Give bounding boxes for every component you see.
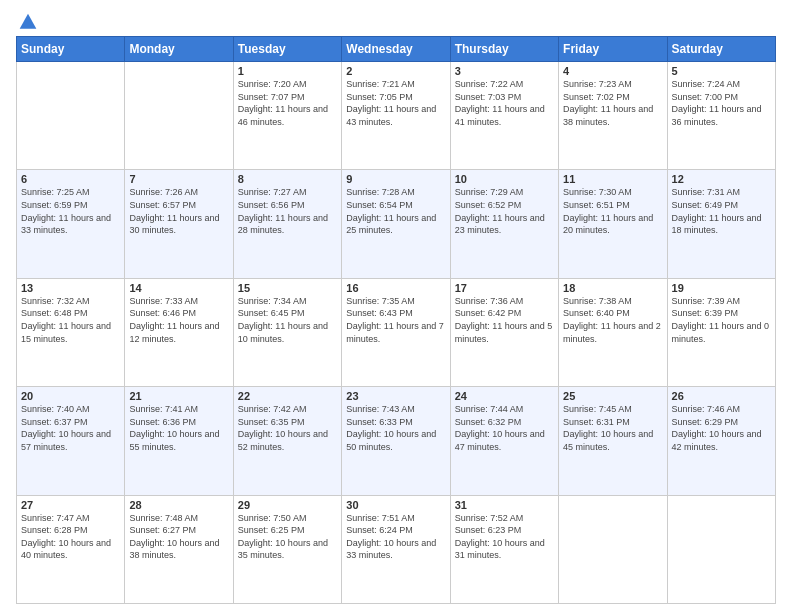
calendar-cell: 13Sunrise: 7:32 AM Sunset: 6:48 PM Dayli…	[17, 278, 125, 386]
calendar-cell: 3Sunrise: 7:22 AM Sunset: 7:03 PM Daylig…	[450, 62, 558, 170]
day-number: 26	[672, 390, 771, 402]
day-number: 24	[455, 390, 554, 402]
calendar-header-friday: Friday	[559, 37, 667, 62]
day-number: 13	[21, 282, 120, 294]
calendar-cell: 17Sunrise: 7:36 AM Sunset: 6:42 PM Dayli…	[450, 278, 558, 386]
calendar-header-row: SundayMondayTuesdayWednesdayThursdayFrid…	[17, 37, 776, 62]
calendar-cell: 21Sunrise: 7:41 AM Sunset: 6:36 PM Dayli…	[125, 387, 233, 495]
day-info: Sunrise: 7:20 AM Sunset: 7:07 PM Dayligh…	[238, 78, 337, 128]
calendar-header-monday: Monday	[125, 37, 233, 62]
calendar-cell: 23Sunrise: 7:43 AM Sunset: 6:33 PM Dayli…	[342, 387, 450, 495]
day-info: Sunrise: 7:51 AM Sunset: 6:24 PM Dayligh…	[346, 512, 445, 562]
day-info: Sunrise: 7:31 AM Sunset: 6:49 PM Dayligh…	[672, 186, 771, 236]
day-info: Sunrise: 7:44 AM Sunset: 6:32 PM Dayligh…	[455, 403, 554, 453]
calendar-cell: 7Sunrise: 7:26 AM Sunset: 6:57 PM Daylig…	[125, 170, 233, 278]
calendar-header-saturday: Saturday	[667, 37, 775, 62]
day-number: 11	[563, 173, 662, 185]
calendar-cell: 20Sunrise: 7:40 AM Sunset: 6:37 PM Dayli…	[17, 387, 125, 495]
day-number: 1	[238, 65, 337, 77]
calendar-cell: 12Sunrise: 7:31 AM Sunset: 6:49 PM Dayli…	[667, 170, 775, 278]
calendar-cell: 25Sunrise: 7:45 AM Sunset: 6:31 PM Dayli…	[559, 387, 667, 495]
calendar-week-3: 13Sunrise: 7:32 AM Sunset: 6:48 PM Dayli…	[17, 278, 776, 386]
day-number: 31	[455, 499, 554, 511]
day-info: Sunrise: 7:26 AM Sunset: 6:57 PM Dayligh…	[129, 186, 228, 236]
day-number: 7	[129, 173, 228, 185]
logo-icon	[18, 12, 38, 32]
calendar-cell: 10Sunrise: 7:29 AM Sunset: 6:52 PM Dayli…	[450, 170, 558, 278]
day-number: 22	[238, 390, 337, 402]
calendar-cell: 1Sunrise: 7:20 AM Sunset: 7:07 PM Daylig…	[233, 62, 341, 170]
logo	[16, 12, 38, 28]
day-number: 8	[238, 173, 337, 185]
calendar-cell: 18Sunrise: 7:38 AM Sunset: 6:40 PM Dayli…	[559, 278, 667, 386]
calendar-cell: 2Sunrise: 7:21 AM Sunset: 7:05 PM Daylig…	[342, 62, 450, 170]
day-number: 6	[21, 173, 120, 185]
day-number: 14	[129, 282, 228, 294]
day-info: Sunrise: 7:39 AM Sunset: 6:39 PM Dayligh…	[672, 295, 771, 345]
day-number: 17	[455, 282, 554, 294]
calendar-cell: 22Sunrise: 7:42 AM Sunset: 6:35 PM Dayli…	[233, 387, 341, 495]
day-number: 18	[563, 282, 662, 294]
day-info: Sunrise: 7:28 AM Sunset: 6:54 PM Dayligh…	[346, 186, 445, 236]
day-number: 23	[346, 390, 445, 402]
calendar-cell: 30Sunrise: 7:51 AM Sunset: 6:24 PM Dayli…	[342, 495, 450, 603]
day-number: 5	[672, 65, 771, 77]
calendar: SundayMondayTuesdayWednesdayThursdayFrid…	[16, 36, 776, 604]
day-info: Sunrise: 7:47 AM Sunset: 6:28 PM Dayligh…	[21, 512, 120, 562]
day-number: 28	[129, 499, 228, 511]
calendar-cell	[17, 62, 125, 170]
day-info: Sunrise: 7:43 AM Sunset: 6:33 PM Dayligh…	[346, 403, 445, 453]
day-info: Sunrise: 7:46 AM Sunset: 6:29 PM Dayligh…	[672, 403, 771, 453]
day-number: 27	[21, 499, 120, 511]
calendar-cell: 9Sunrise: 7:28 AM Sunset: 6:54 PM Daylig…	[342, 170, 450, 278]
calendar-cell: 5Sunrise: 7:24 AM Sunset: 7:00 PM Daylig…	[667, 62, 775, 170]
day-info: Sunrise: 7:25 AM Sunset: 6:59 PM Dayligh…	[21, 186, 120, 236]
calendar-week-5: 27Sunrise: 7:47 AM Sunset: 6:28 PM Dayli…	[17, 495, 776, 603]
day-info: Sunrise: 7:45 AM Sunset: 6:31 PM Dayligh…	[563, 403, 662, 453]
calendar-cell: 27Sunrise: 7:47 AM Sunset: 6:28 PM Dayli…	[17, 495, 125, 603]
day-number: 30	[346, 499, 445, 511]
calendar-week-2: 6Sunrise: 7:25 AM Sunset: 6:59 PM Daylig…	[17, 170, 776, 278]
calendar-cell	[559, 495, 667, 603]
day-number: 4	[563, 65, 662, 77]
calendar-cell: 28Sunrise: 7:48 AM Sunset: 6:27 PM Dayli…	[125, 495, 233, 603]
day-number: 2	[346, 65, 445, 77]
calendar-cell: 31Sunrise: 7:52 AM Sunset: 6:23 PM Dayli…	[450, 495, 558, 603]
day-info: Sunrise: 7:32 AM Sunset: 6:48 PM Dayligh…	[21, 295, 120, 345]
day-info: Sunrise: 7:36 AM Sunset: 6:42 PM Dayligh…	[455, 295, 554, 345]
day-info: Sunrise: 7:29 AM Sunset: 6:52 PM Dayligh…	[455, 186, 554, 236]
svg-marker-0	[20, 14, 37, 29]
day-number: 21	[129, 390, 228, 402]
calendar-cell: 11Sunrise: 7:30 AM Sunset: 6:51 PM Dayli…	[559, 170, 667, 278]
day-number: 25	[563, 390, 662, 402]
calendar-cell: 8Sunrise: 7:27 AM Sunset: 6:56 PM Daylig…	[233, 170, 341, 278]
day-info: Sunrise: 7:34 AM Sunset: 6:45 PM Dayligh…	[238, 295, 337, 345]
calendar-week-4: 20Sunrise: 7:40 AM Sunset: 6:37 PM Dayli…	[17, 387, 776, 495]
day-number: 3	[455, 65, 554, 77]
calendar-cell: 15Sunrise: 7:34 AM Sunset: 6:45 PM Dayli…	[233, 278, 341, 386]
calendar-cell: 14Sunrise: 7:33 AM Sunset: 6:46 PM Dayli…	[125, 278, 233, 386]
day-info: Sunrise: 7:42 AM Sunset: 6:35 PM Dayligh…	[238, 403, 337, 453]
day-number: 16	[346, 282, 445, 294]
calendar-cell: 6Sunrise: 7:25 AM Sunset: 6:59 PM Daylig…	[17, 170, 125, 278]
calendar-cell: 24Sunrise: 7:44 AM Sunset: 6:32 PM Dayli…	[450, 387, 558, 495]
day-info: Sunrise: 7:41 AM Sunset: 6:36 PM Dayligh…	[129, 403, 228, 453]
day-number: 29	[238, 499, 337, 511]
day-info: Sunrise: 7:40 AM Sunset: 6:37 PM Dayligh…	[21, 403, 120, 453]
day-number: 9	[346, 173, 445, 185]
day-number: 10	[455, 173, 554, 185]
day-number: 20	[21, 390, 120, 402]
day-info: Sunrise: 7:48 AM Sunset: 6:27 PM Dayligh…	[129, 512, 228, 562]
calendar-week-1: 1Sunrise: 7:20 AM Sunset: 7:07 PM Daylig…	[17, 62, 776, 170]
calendar-cell: 26Sunrise: 7:46 AM Sunset: 6:29 PM Dayli…	[667, 387, 775, 495]
day-info: Sunrise: 7:22 AM Sunset: 7:03 PM Dayligh…	[455, 78, 554, 128]
day-info: Sunrise: 7:33 AM Sunset: 6:46 PM Dayligh…	[129, 295, 228, 345]
header	[16, 12, 776, 28]
day-info: Sunrise: 7:38 AM Sunset: 6:40 PM Dayligh…	[563, 295, 662, 345]
day-info: Sunrise: 7:35 AM Sunset: 6:43 PM Dayligh…	[346, 295, 445, 345]
calendar-header-tuesday: Tuesday	[233, 37, 341, 62]
calendar-cell: 4Sunrise: 7:23 AM Sunset: 7:02 PM Daylig…	[559, 62, 667, 170]
calendar-cell	[125, 62, 233, 170]
day-info: Sunrise: 7:23 AM Sunset: 7:02 PM Dayligh…	[563, 78, 662, 128]
day-info: Sunrise: 7:27 AM Sunset: 6:56 PM Dayligh…	[238, 186, 337, 236]
